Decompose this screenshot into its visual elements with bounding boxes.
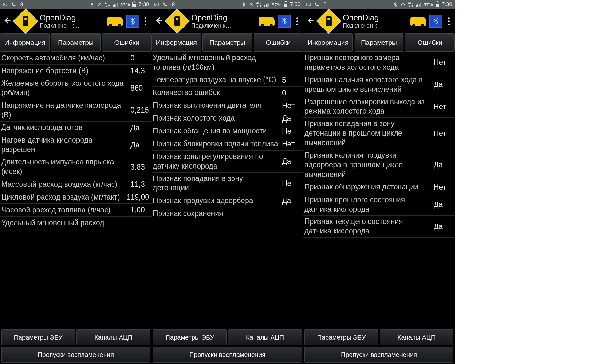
bluetooth-badge[interactable] [126,15,139,28]
fade [152,319,303,328]
overflow-menu-button[interactable] [142,17,149,25]
tab-params[interactable]: Параметры [354,33,404,52]
param-value: Нет [278,127,301,136]
param-row[interactable]: Удельный мгновенный расход [0,217,152,229]
signal-bars-icon [264,2,269,7]
param-label: Удельный мгновенный расход топлива (л/10… [153,53,278,72]
param-row[interactable]: Нагрев датчика кислорода разрешен Да [0,134,152,156]
param-row[interactable]: Разрешение блокировки выхода из режима х… [303,96,455,118]
params-list[interactable]: Удельный мгновенный расход топлива (л/10… [152,52,303,328]
signal-bars-icon [416,2,421,7]
param-row[interactable]: Признак продувки адсорбера Да [152,194,303,207]
param-label: Признак выключения двигателя [153,101,278,110]
car-status-icon[interactable] [410,17,426,26]
param-row[interactable]: Признак холостого хода Да [152,112,303,125]
param-row[interactable]: Признак наличия продувки адсорбера в про… [303,149,455,181]
param-label: Признак попадания в зону детонации в про… [304,119,430,148]
param-label: Часовой расход топлива (л/час) [1,205,127,215]
param-row[interactable]: Массовый расход воздуха (кг/час) 11,3 [0,178,152,191]
param-row[interactable]: Напряжение бортсети (В) 14,3 [0,65,152,77]
tab-errors[interactable]: Ошибки [405,33,455,52]
back-button[interactable] [154,16,163,26]
param-label: Температура воздуха на впуске (°C) [153,75,278,85]
adc-channels-button[interactable]: Каналы АЦП [380,329,453,345]
param-row[interactable]: Признак повторного замера параметров хол… [303,52,455,74]
param-value: 11,3 [127,180,149,189]
param-value: 0,215 [127,106,149,115]
bluetooth-badge[interactable] [278,15,291,28]
param-row[interactable]: Скорость автомобиля (км/час) 0 [0,52,152,65]
svg-rect-8 [173,2,174,3]
param-row[interactable]: Признак обгащения по мощности Нет [152,125,303,138]
ecu-params-button[interactable]: Параметры ЭБУ [1,329,75,345]
param-row[interactable]: Часовой расход топлива (л/час) 1,00 [0,204,152,217]
image-icon [3,2,8,7]
param-value: Да [278,196,301,205]
param-value: Нет [430,58,452,67]
image-icon [154,2,159,7]
param-value: Да [127,123,149,132]
param-row[interactable]: Длительность импульса впрыска (мсек) 3,8… [0,156,152,178]
param-row[interactable]: Температура воздуха на впуске (°C) 5 [152,74,303,87]
adc-channels-button[interactable]: Каналы АЦП [228,329,302,345]
param-row[interactable]: Цикловой расход воздуха (мг/такт) 119,00 [0,191,152,204]
params-list[interactable]: Признак повторного замера параметров хол… [303,52,455,328]
tab-errors[interactable]: Ошибки [102,33,152,52]
param-row[interactable]: Признак текущего состояния датчика кисло… [303,216,455,238]
params-list[interactable]: Скорость автомобиля (км/час) 0 Напряжени… [0,52,152,328]
param-value: Да [430,222,452,231]
param-row[interactable]: Удельный мгновенный расход топлива (л/10… [152,52,303,74]
ecu-params-button[interactable]: Параметры ЭБУ [153,329,227,345]
param-row[interactable]: Количество ошибок 0 [152,87,303,99]
overflow-menu-button[interactable] [294,17,301,25]
misfire-button[interactable]: Пропуски воспламенения [304,347,453,363]
param-row[interactable]: Признак зоны регулирования по датчику ки… [152,151,303,173]
param-value: 119,00 [123,193,149,202]
param-value: Нет [430,183,452,192]
overflow-menu-button[interactable] [445,17,452,25]
param-row[interactable]: Признак попадания в зону детонации Нет [152,173,303,195]
param-row[interactable]: Признак обнаружения детонации Нет [303,181,455,194]
tab-info[interactable]: Информация [152,33,201,52]
param-label: Цикловой расход воздуха (мг/такт) [1,193,123,202]
param-value: 1,00 [127,206,149,214]
param-row[interactable]: Датчик кислорода готов Да [0,122,152,134]
app-subtitle: Подключен к… [40,22,104,29]
param-row[interactable]: Признак попадания в зону детонации в про… [303,118,455,149]
ecu-params-button[interactable]: Параметры ЭБУ [304,329,378,345]
param-row[interactable]: Признак выключения двигателя Нет [152,99,303,112]
param-value: Да [430,200,452,209]
misfire-button[interactable]: Пропуски воспламенения [153,347,302,363]
misfire-button[interactable]: Пропуски воспламенения [1,347,150,363]
tab-errors[interactable]: Ошибки [254,33,303,52]
network-type: 4G▲▼ [105,1,111,8]
param-row[interactable]: Признак прошлого состояния датчика кисло… [303,194,455,216]
tab-info[interactable]: Информация [0,33,50,52]
network-type: 4G▲▼ [408,1,414,8]
back-button[interactable] [3,16,12,26]
svg-point-6 [156,4,156,4]
back-button[interactable] [306,16,315,26]
app-title: OpenDiag [40,13,104,22]
param-label: Длительность импульса впрыска (мсек) [1,157,127,177]
car-status-icon[interactable] [259,17,275,26]
param-value: Да [278,157,301,166]
param-row[interactable]: Напряжение на датчике кислорода (В) 0,21… [0,99,152,122]
car-status-icon[interactable] [107,17,123,26]
tab-params[interactable]: Параметры [51,33,100,52]
bottom-row-2: Пропуски воспламенения [152,346,303,364]
param-row[interactable]: Признак блокировки подачи топлива Нет [152,138,303,151]
bluetooth-badge[interactable] [429,15,442,28]
param-row[interactable]: Желаемые обороты холостого хода (об/мин)… [0,77,152,99]
adc-channels-button[interactable]: Каналы АЦП [76,329,150,345]
tab-info[interactable]: Информация [303,33,353,52]
status-bar: 4G▲▼ 57% 7:30 [152,0,303,9]
param-row[interactable]: Признак наличия холостого хода в прошлом… [303,74,455,96]
svg-point-11 [307,4,308,4]
battery-icon [284,2,287,7]
param-label: Признак сохранения [153,209,278,218]
phone-icon [11,2,16,7]
tab-params[interactable]: Параметры [202,33,252,52]
phone-icon [162,2,168,7]
param-row[interactable]: Признак сохранения [152,207,303,220]
